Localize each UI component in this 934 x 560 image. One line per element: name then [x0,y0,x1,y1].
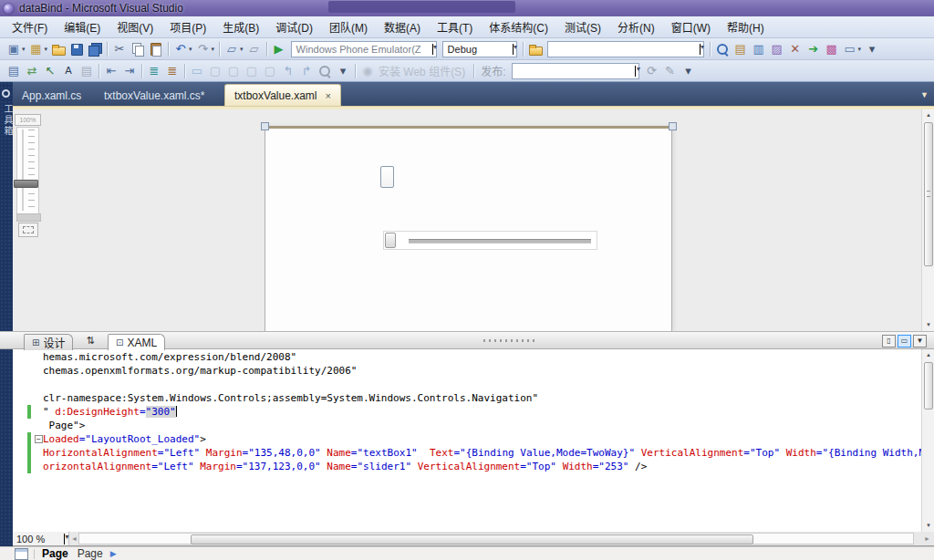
code-line[interactable]: HorizontalAlignment="Left" Margin="135,4… [13,446,921,460]
designer-zoom-slider[interactable] [16,127,39,214]
install-web-components-button[interactable]: ◉ 安装 Web 组件(S) [358,62,471,80]
scroll-down-icon[interactable]: ▼ [923,520,934,532]
toolbox-tab-label[interactable]: 工具箱 [1,104,15,137]
horizontal-split-button[interactable]: ▭ [898,335,911,347]
find-in-files-button[interactable] [713,40,732,58]
menu-item[interactable]: 帮助(H) [719,16,773,37]
toolbar-overflow-button[interactable]: ▾ [863,40,881,58]
copy-button[interactable] [129,40,147,58]
toolbox-autohide-strip[interactable]: 工具箱 [0,82,13,546]
phone-page-artboard[interactable] [265,126,672,331]
paste-alternate-button[interactable]: ▤ [78,62,96,80]
save-button[interactable] [67,40,86,58]
tab-list-chevron-icon[interactable]: ▼ [920,90,929,99]
code-line[interactable]: clr-namespace:System.Windows.Controls;as… [13,391,921,405]
xaml-code-editor[interactable]: hemas.microsoft.com/expression/blend/200… [13,349,921,532]
chevron-down-icon[interactable]: ▼ [432,44,433,55]
menu-item[interactable]: 窗口(W) [663,16,719,37]
menu-item[interactable]: 视图(V) [109,16,161,37]
code-line[interactable] [13,378,921,391]
swap-panes-button[interactable]: ⇅ [80,335,100,348]
start-debugging-button[interactable]: ▶ [270,40,288,58]
zoom-tool-button[interactable] [316,62,334,80]
document-tab[interactable]: txtboxValue.xaml.cs* [95,86,217,106]
add-new-item-button[interactable]: ▦▾ [27,40,50,58]
document-tab[interactable]: txtboxValue.xaml× [224,84,341,106]
toolbar-overflow-button[interactable]: ▾ [679,62,697,80]
navigate-backward-button[interactable]: ▱▾ [223,40,245,58]
menu-item[interactable]: 项目(P) [161,16,214,37]
breadcrumb-expand-icon[interactable]: ▶ [110,549,117,558]
cut-button[interactable]: ✂ [110,40,129,58]
slider-thumb[interactable] [385,233,396,248]
menu-item[interactable]: 调试(D) [267,16,321,37]
menu-item[interactable]: 生成(B) [214,16,267,37]
view-code-button[interactable]: ▤ [5,62,23,80]
properties-window-button[interactable]: ▥ [750,40,768,58]
collapse-pane-button[interactable]: ▼ [913,335,927,347]
dropdown-caret-icon[interactable]: ▾ [189,46,192,53]
scroll-right-icon[interactable]: ► [924,535,930,542]
command-window-button[interactable]: ▭▾ [841,40,864,58]
unshelve-changes-button[interactable]: ↱ [297,62,316,80]
code-line[interactable]: hemas.microsoft.com/expression/blend/200… [13,350,921,364]
frame-tool-button[interactable]: ▭ [188,62,206,80]
fit-to-screen-button[interactable] [18,223,38,237]
new-project-button[interactable]: ▣▾ [5,40,27,58]
scroll-left-icon[interactable]: ◄ [71,535,78,542]
font-style-button[interactable]: A [59,62,78,80]
vertical-split-button[interactable]: ▯ [882,335,896,347]
open-file-button[interactable] [49,40,67,58]
breadcrumb-element-name[interactable]: Page [78,547,103,560]
designer-zoom-value[interactable]: 100% [15,114,41,126]
design-slider1[interactable] [383,231,597,250]
navigate-forward-button[interactable]: ▱ [245,40,264,58]
editor-zoom-combo[interactable]: 100 % ▼ [13,532,69,545]
sync-views-button[interactable]: ⇄ [23,62,41,80]
code-line[interactable]: −Loaded="LayoutRoot_Loaded"> [13,432,921,446]
menu-item[interactable]: 编辑(E) [56,16,109,37]
increase-indent-button[interactable]: ⇥ [120,62,139,80]
chevron-down-icon[interactable]: ▼ [700,44,700,55]
code-line[interactable]: Page"> [13,419,921,432]
dropdown-caret-icon[interactable]: ▾ [212,46,215,53]
code-line[interactable]: orizontalAlignment="Left" Margin="137,12… [13,460,921,473]
scrollbar-thumb[interactable] [191,534,753,544]
splitter-grip[interactable] [483,339,538,342]
menu-item[interactable]: 文件(F) [4,16,56,37]
scrollbar-thumb[interactable] [924,362,933,410]
scroll-up-icon[interactable]: ▲ [923,349,934,361]
deployment-target-combo[interactable]: Windows Phone Emulator(Z ▼ [291,41,437,57]
menu-item[interactable]: 测试(S) [556,16,609,37]
menu-item[interactable]: 数据(A) [376,16,429,37]
artboard-resize-handle[interactable] [669,122,677,130]
close-tab-icon[interactable]: × [326,91,331,100]
chevron-down-icon[interactable]: ▼ [635,66,636,77]
shelve-changes-button[interactable]: ↰ [279,62,297,80]
paste-button[interactable] [147,40,165,58]
code-line[interactable]: chemas.openxmlformats.org/markup-compati… [13,364,921,378]
publish-profile-combo[interactable]: ▼ [512,63,639,79]
decrease-indent-button[interactable]: ⇤ [102,62,120,80]
menu-item[interactable]: 体系结构(C) [481,16,556,37]
new-comment-button[interactable]: ▢ [206,62,224,80]
redo-button[interactable]: ↷▾ [194,40,217,58]
code-fold-toggle[interactable]: − [35,435,43,443]
chevron-down-icon[interactable]: ▼ [64,534,65,544]
tools-options-button[interactable]: ✕ [786,40,804,58]
code-line[interactable]: " d:DesignHeight="300" [13,405,921,419]
save-all-button[interactable] [86,40,104,58]
find-target-button[interactable] [526,40,545,58]
design-textbox1[interactable] [380,166,394,188]
scroll-up-icon[interactable]: ▲ [923,109,934,121]
solution-configuration-combo[interactable]: Debug ▼ [442,41,517,57]
dropdown-caret-icon[interactable]: ▾ [858,46,862,53]
editor-horizontal-scrollbar[interactable] [78,533,914,544]
edit-publish-button[interactable]: ✎ [660,62,679,80]
menu-item[interactable]: 工具(T) [429,16,481,37]
previous-comment-button[interactable]: ▢ [224,62,243,80]
artboard-resize-handle[interactable] [261,122,269,130]
dropdown-caret-icon[interactable]: ▾ [22,46,26,53]
designer-vertical-scrollbar[interactable]: ▲ ▼ [921,109,934,331]
navigate-to-button[interactable]: ➔ [804,40,823,58]
